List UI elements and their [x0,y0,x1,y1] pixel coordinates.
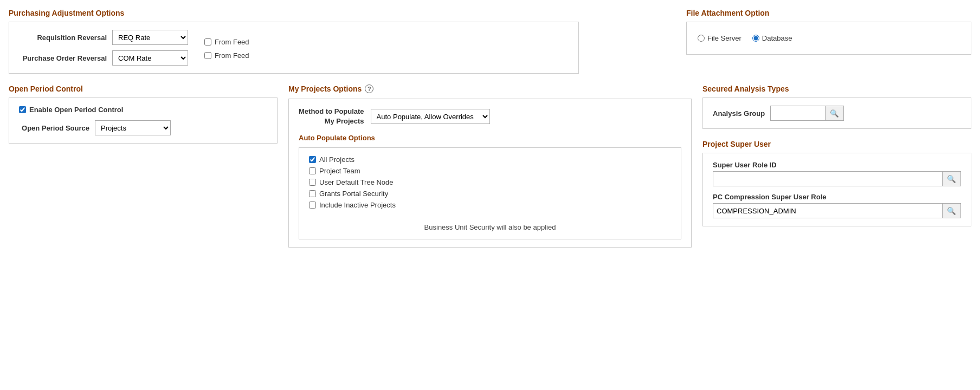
compression-input[interactable] [713,205,942,217]
auto-populate-box: All Projects Project Team User Default T… [299,147,681,239]
include-inactive-checkbox[interactable] [309,202,316,209]
from-feed-row-2: From Feed [204,51,249,60]
include-inactive-label: Include Inactive Projects [319,201,396,209]
purchasing-title: Purchasing Adjustment Options [9,9,579,17]
database-option: Database [752,34,792,42]
analysis-group-search-button[interactable]: 🔍 [825,106,843,120]
my-projects-section: My Projects Options ? Method to Populate… [288,84,692,248]
purchase-order-row: Purchase Order Reversal REQ Rate COM Rat… [20,50,188,66]
open-period-source-label: Open Period Source [19,124,89,132]
grants-portal-label: Grants Portal Security [319,190,388,198]
all-projects-checkbox[interactable] [309,156,316,163]
top-row: Purchasing Adjustment Options Requisitio… [9,9,971,74]
right-col: Secured Analysis Types Analysis Group 🔍 [702,84,971,226]
compression-search-icon: 🔍 [947,207,956,215]
project-team-checkbox[interactable] [309,167,316,174]
from-feed-row-1: From Feed [204,38,249,46]
open-period-section: Open Period Control Enable Open Period C… [9,84,278,144]
file-attachment-title: File Attachment Option [686,9,971,17]
file-server-radio[interactable] [698,35,705,42]
compression-input-wrap: 🔍 [713,203,961,218]
method-label: Method to PopulateMy Projects [299,107,364,126]
project-team-label: Project Team [319,167,360,175]
analysis-group-input[interactable] [771,107,825,120]
compression-super-user-field: PC Compression Super User Role 🔍 [713,193,961,218]
grants-portal-row: Grants Portal Security [309,190,671,198]
open-period-source-row: Open Period Source Projects Fiscal Year … [19,120,267,135]
compression-search-button[interactable]: 🔍 [942,204,960,218]
compression-label: PC Compression Super User Role [713,193,961,201]
enable-open-period-label: Enable Open Period Control [29,106,123,114]
project-team-row: Project Team [309,167,671,175]
project-super-user-title: Project Super User [702,140,971,148]
page-container: Purchasing Adjustment Options Requisitio… [9,9,971,248]
include-inactive-row: Include Inactive Projects [309,201,671,209]
super-user-role-label: Super User Role ID [713,161,961,169]
help-icon[interactable]: ? [365,84,373,93]
secured-analysis-title: Secured Analysis Types [702,84,971,93]
secured-analysis-section: Secured Analysis Types Analysis Group 🔍 [702,84,971,129]
super-user-role-search-button[interactable]: 🔍 [942,172,960,186]
grants-portal-checkbox[interactable] [309,190,316,197]
requisition-select[interactable]: REQ Rate COM Rate Other [112,30,188,45]
analysis-group-search-icon: 🔍 [830,109,839,118]
from-feed-checkbox-1[interactable] [204,38,211,46]
my-projects-title: My Projects Options [288,84,362,93]
file-server-label: File Server [707,34,742,42]
bottom-row: Open Period Control Enable Open Period C… [9,84,971,248]
all-projects-row: All Projects [309,155,671,164]
secured-analysis-content: Analysis Group 🔍 [702,98,971,129]
my-projects-header: My Projects Options ? [288,84,692,93]
super-user-role-input[interactable] [713,173,942,185]
open-period-content: Enable Open Period Control Open Period S… [9,98,278,144]
from-feed-checkbox-2[interactable] [204,52,211,59]
all-projects-label: All Projects [319,155,354,164]
analysis-group-row: Analysis Group 🔍 [713,106,961,121]
analysis-group-label: Analysis Group [713,109,765,118]
business-unit-note: Business Unit Security will also be appl… [309,218,671,231]
database-label: Database [762,34,792,42]
enable-open-period-row: Enable Open Period Control [19,106,267,114]
from-feed-label-1: From Feed [215,38,249,46]
analysis-group-input-wrap: 🔍 [770,106,844,121]
super-user-role-field: Super User Role ID 🔍 [713,161,961,186]
file-attachment-box: File Server Database [686,22,971,55]
user-default-checkbox[interactable] [309,179,316,186]
method-row: Method to PopulateMy Projects Auto Popul… [299,107,681,126]
requisition-label: Requisition Reversal [20,34,107,42]
purchasing-fields: Requisition Reversal REQ Rate COM Rate O… [20,30,188,66]
from-feed-label-2: From Feed [215,51,249,60]
my-projects-content: Method to PopulateMy Projects Auto Popul… [288,99,692,248]
open-period-title: Open Period Control [9,84,278,93]
from-feed-col: From Feed From Feed [204,36,249,60]
user-default-label: User Default Tree Node [319,178,394,186]
purchasing-inner: Requisition Reversal REQ Rate COM Rate O… [20,30,568,66]
super-user-content: Super User Role ID 🔍 PC Compression Supe… [702,153,971,226]
method-select[interactable]: Auto Populate, Allow Overrides Manual Fe… [371,109,490,124]
user-default-row: User Default Tree Node [309,178,671,186]
auto-populate-list: All Projects Project Team User Default T… [309,155,671,209]
open-period-source-select[interactable]: Projects Fiscal Year Other [95,120,171,135]
requisition-row: Requisition Reversal REQ Rate COM Rate O… [20,30,188,45]
enable-open-period-checkbox[interactable] [19,106,26,113]
project-super-user-section: Project Super User Super User Role ID 🔍 … [702,140,971,226]
database-radio[interactable] [752,35,759,42]
file-server-option: File Server [698,34,742,42]
purchasing-adjustment-section: Purchasing Adjustment Options Requisitio… [9,9,579,74]
purchasing-box: Requisition Reversal REQ Rate COM Rate O… [9,22,579,74]
file-attachment-section: File Attachment Option File Server Datab… [686,9,971,55]
file-attachment-radio-row: File Server Database [698,30,960,47]
purchase-order-label: Purchase Order Reversal [20,54,107,62]
super-user-role-input-wrap: 🔍 [713,171,961,186]
purchase-order-select[interactable]: REQ Rate COM Rate Other [112,50,188,66]
auto-populate-title: Auto Populate Options [299,134,681,142]
super-user-role-search-icon: 🔍 [947,175,956,183]
